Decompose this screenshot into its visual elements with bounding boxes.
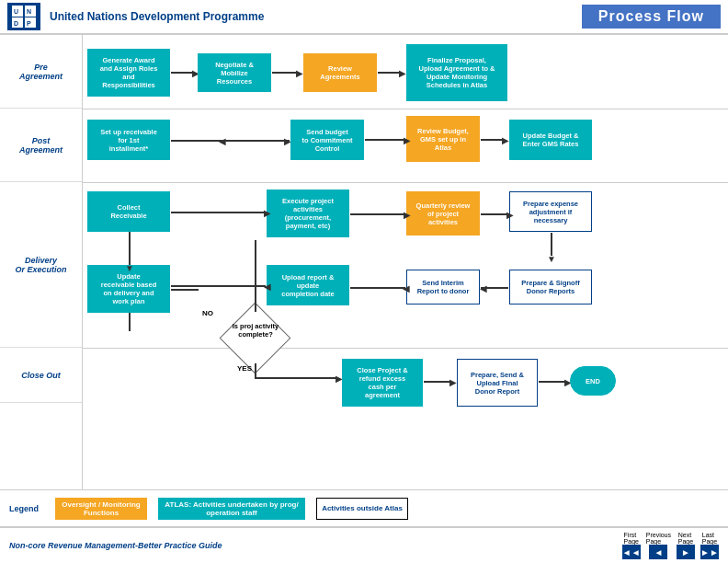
end-box: END (570, 366, 616, 396)
nav-next-label: NextPage (678, 532, 693, 545)
label-close-out: Close Out (0, 348, 82, 403)
legend-teal-box: ATLAS: Activities undertaken by prog/ope… (158, 498, 305, 520)
nav-last[interactable]: LastPage ►► (700, 532, 719, 559)
arrow-2 (272, 72, 298, 74)
legend-white-box: Activities outside Atlas (316, 498, 408, 520)
nav-last-arrow[interactable]: ►► (700, 545, 719, 559)
arrow-close-4 (539, 381, 566, 383)
flow-diagram: Generate Awardand Assign RolesandRespons… (83, 35, 728, 489)
arrow-del-5 (171, 289, 199, 291)
main-content: PreAgreement PostAgreement DeliveryOr Ex… (0, 35, 728, 489)
svg-text:U: U (14, 8, 18, 15)
arrow-del-3 (481, 213, 508, 215)
label-post-agreement: PostAgreement (0, 109, 82, 182)
nav-prev-arrow[interactable]: ◄ (649, 545, 667, 559)
arrow-del-1 (171, 212, 266, 213)
svg-text:N: N (27, 8, 31, 15)
svg-text:D: D (14, 20, 18, 27)
legend-item-orange: Oversight / MonitoringFunctions (55, 498, 147, 520)
send-interim-box: Send InterimReport to donor (406, 270, 480, 304)
arrow-3 (378, 72, 401, 74)
yes-label: YES (237, 364, 252, 373)
legend-item-teal: ATLAS: Activities undertaken by prog/ope… (158, 498, 305, 520)
nav-previous[interactable]: PreviousPage ◄ (646, 532, 671, 559)
nav-prev-label: PreviousPage (646, 532, 671, 545)
arrow-upload-left (171, 285, 266, 287)
prepare-send-box: Prepare, Send &Upload FinalDonor Report (457, 359, 538, 407)
arrow-post-3 (365, 139, 405, 141)
nav-next[interactable]: NextPage ► (677, 532, 695, 559)
negotiate-box: Negotiate &MobilizeResources (198, 53, 271, 92)
nav-first-label: FirstPage (624, 532, 639, 545)
close-project-box: Close Project &refund excesscash peragre… (342, 359, 423, 407)
arrow-close-2 (255, 377, 337, 379)
arrow-del-8 (129, 313, 131, 331)
legend-bar: Legend Oversight / MonitoringFunctions A… (0, 489, 728, 526)
label-delivery: DeliveryOr Execution (0, 182, 82, 348)
page-title: Process Flow (582, 5, 721, 29)
svg-text:P: P (27, 20, 31, 27)
label-pre-agreement: PreAgreement (0, 35, 82, 109)
quarterly-review-box: Quarterly reviewof projectactivities (406, 191, 480, 236)
row-labels: PreAgreement PostAgreement DeliveryOr Ex… (0, 35, 83, 489)
prepare-signoff-box: Prepare & SignoffDonor Reports (509, 270, 592, 304)
send-budget-box: Send budgetto CommitmentControl (290, 120, 364, 160)
review-agreements-box: ReviewAgreements (303, 53, 377, 92)
generate-award-box: Generate Awardand Assign RolesandRespons… (87, 49, 170, 97)
nav-next-arrow[interactable]: ► (677, 545, 695, 559)
arrow-back (222, 140, 290, 142)
update-budget-box: Update Budget &Enter GMS Rates (509, 120, 592, 160)
nav-last-label: LastPage (702, 532, 717, 545)
diamond-text: Is proj activitycomplete? (219, 322, 292, 339)
legend-item-white: Activities outside Atlas (316, 498, 408, 520)
footer: Non-core Revenue Management-Better Pract… (0, 526, 728, 563)
footer-text: Non-core Revenue Management-Better Pract… (9, 541, 222, 550)
undp-logo: U N D P (7, 3, 40, 30)
header: U N D P United Nations Development Progr… (0, 0, 728, 35)
nav-first[interactable]: FirstPage ◄◄ (622, 532, 641, 559)
no-label: NO (202, 309, 213, 317)
arrow-close-1 (255, 363, 256, 377)
collect-receivable-box: CollectReceivable (87, 191, 170, 232)
nav-first-arrow[interactable]: ◄◄ (622, 545, 641, 559)
footer-nav: FirstPage ◄◄ PreviousPage ◄ NextPage ► L… (622, 532, 719, 559)
prepare-expense-box: Prepare expenseadjustment ifnecessary (509, 191, 592, 232)
org-title: United Nations Development Programme (50, 10, 582, 23)
legend-title: Legend (9, 504, 39, 513)
review-budget-box: Review Budget,GMS set up inAtlas (406, 116, 480, 162)
arrow-del-down (255, 240, 256, 312)
legend-orange-box: Oversight / MonitoringFunctions (55, 498, 147, 520)
arrow-coll-down (129, 232, 131, 265)
arrow-del-6 (350, 287, 405, 289)
arrow-del-2 (350, 213, 405, 215)
set-up-receivable-box: Set up receivablefor 1stinstallment* (87, 120, 170, 160)
finalize-proposal-box: Finalize Proposal,Upload Agreement to &U… (406, 44, 507, 101)
arrow-del-4 (551, 233, 552, 256)
upload-report-box: Upload report &updatecompletion date (267, 265, 349, 305)
arrow-1 (171, 72, 194, 74)
arrow-post-2 (481, 139, 504, 141)
arrow-close-3 (424, 381, 451, 383)
execute-project-box: Execute projectactivities(procurement,pa… (267, 190, 349, 237)
